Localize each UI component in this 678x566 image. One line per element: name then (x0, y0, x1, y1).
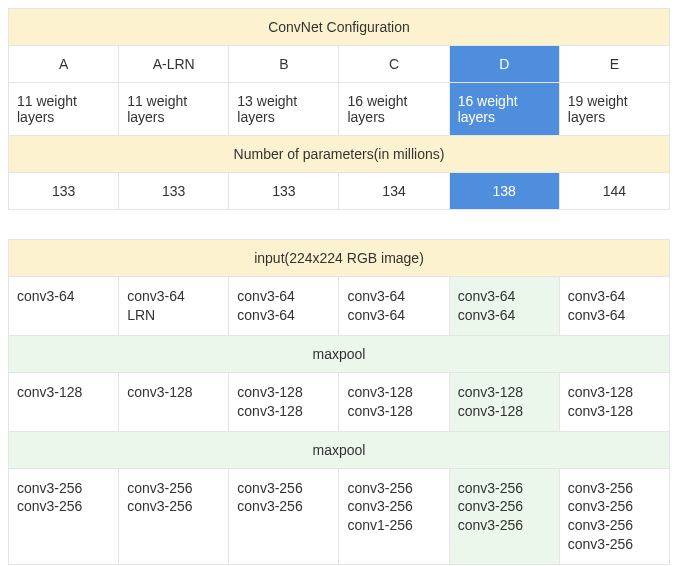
convnet-table: ConvNet Configuration A A-LRN B C D E 11… (8, 8, 670, 565)
title-config: ConvNet Configuration (9, 9, 670, 46)
b2-c: conv3-128conv3-128 (339, 372, 449, 431)
b3-d: conv3-256conv3-256conv3-256 (449, 468, 559, 565)
maxpool-1: maxpool (9, 335, 670, 372)
b2-a: conv3-128 (9, 372, 119, 431)
title-params: Number of parameters(in millions) (9, 136, 670, 173)
block3-row: conv3-256conv3-256 conv3-256conv3-256 co… (9, 468, 670, 565)
col-a-lrn: A-LRN (119, 46, 229, 83)
b2-b: conv3-128conv3-128 (229, 372, 339, 431)
wl-b: 13 weight layers (229, 83, 339, 136)
b3-b: conv3-256conv3-256 (229, 468, 339, 565)
param-d: 138 (449, 173, 559, 210)
b1-d: conv3-64conv3-64 (449, 277, 559, 336)
block1-row: conv3-64 conv3-64LRN conv3-64conv3-64 co… (9, 277, 670, 336)
col-e: E (559, 46, 669, 83)
b3-c: conv3-256conv3-256conv1-256 (339, 468, 449, 565)
title-input: input(224x224 RGB image) (9, 240, 670, 277)
b3-a: conv3-256conv3-256 (9, 468, 119, 565)
wl-a: 11 weight layers (9, 83, 119, 136)
b3-e: conv3-256conv3-256conv3-256conv3-256 (559, 468, 669, 565)
b1-c: conv3-64conv3-64 (339, 277, 449, 336)
param-c: 134 (339, 173, 449, 210)
maxpool-2: maxpool (9, 431, 670, 468)
wl-c: 16 weight layers (339, 83, 449, 136)
b3-a-lrn: conv3-256conv3-256 (119, 468, 229, 565)
param-e: 144 (559, 173, 669, 210)
b1-e: conv3-64conv3-64 (559, 277, 669, 336)
params-row: 133 133 133 134 138 144 (9, 173, 670, 210)
col-c: C (339, 46, 449, 83)
b2-a-lrn: conv3-128 (119, 372, 229, 431)
param-a-lrn: 133 (119, 173, 229, 210)
param-a: 133 (9, 173, 119, 210)
wl-e: 19 weight layers (559, 83, 669, 136)
column-header-row: A A-LRN B C D E (9, 46, 670, 83)
spacer-row (9, 210, 670, 240)
b2-d: conv3-128conv3-128 (449, 372, 559, 431)
block2-row: conv3-128 conv3-128 conv3-128conv3-128 c… (9, 372, 670, 431)
b1-a-lrn: conv3-64LRN (119, 277, 229, 336)
wl-d: 16 weight layers (449, 83, 559, 136)
param-b: 133 (229, 173, 339, 210)
b2-e: conv3-128conv3-128 (559, 372, 669, 431)
weight-layers-row: 11 weight layers 11 weight layers 13 wei… (9, 83, 670, 136)
b1-b: conv3-64conv3-64 (229, 277, 339, 336)
wl-a-lrn: 11 weight layers (119, 83, 229, 136)
col-a: A (9, 46, 119, 83)
col-d: D (449, 46, 559, 83)
col-b: B (229, 46, 339, 83)
b1-a: conv3-64 (9, 277, 119, 336)
